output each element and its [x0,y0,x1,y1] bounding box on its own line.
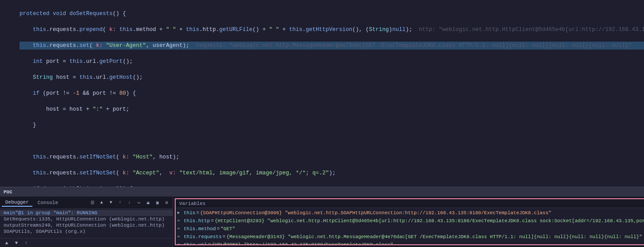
var-row-url: ∞ this.url = {URL@3056} "http://192.168.… [176,241,644,244]
var-eq-this: = [196,209,199,216]
var-eq-requests: = [223,233,226,240]
thread-name-2: outputStreams249, HttpURLConnection (web… [4,223,165,228]
var-val-http: {HttpClient@3283} "weblogic.net.http.Htt… [215,217,644,224]
var-name-requests: this.requests [184,233,222,240]
debug-btn-menu[interactable]: ☰ [88,199,96,207]
var-val-requests: {MessageHeader@3143} "weblogic.net.http.… [226,233,642,240]
code-line [20,137,644,145]
thread-item-2[interactable]: outputStreams249, HttpURLConnection (web… [0,222,173,228]
var-name-http: this.http [184,217,210,224]
debug-area: Debugger Console ☰ ▲ ▼ ↑ ↓ ↪ ⏏ ▣ ⚙ main"… [0,197,644,247]
variables-content: ▶ this = {SOAPHttpURLConnection@3096} "w… [176,208,644,244]
var-val-url: {URL@3056} "http://192.168.43.135:8180/E… [212,241,393,244]
var-name-url: this.url [184,241,207,244]
var-eq-http: = [211,217,214,224]
code-line: protected void doSetRequests() { [20,10,644,18]
var-row-http: ∞ this.http = {HttpClient@3283} "weblogi… [176,217,644,225]
var-toggle-method[interactable]: ∞ [177,225,184,232]
debug-threads: main"@1 in group "main": RUNNING SetRequ… [0,209,173,238]
code-line: } [20,121,644,129]
nav-prev[interactable]: ▲ [3,239,11,247]
thread-name-1: SetRequests:1335, HttpURLConnection (web… [4,216,165,222]
var-row-method: ∞ this.method = "GET" [176,225,644,233]
code-line: if (port != -1 && port != 80) { [20,89,644,97]
var-name-this: this [184,209,195,216]
variables-header: Variables [176,199,644,208]
code-line: String host = this.url.getHost(); [20,73,644,81]
debug-btn-down[interactable]: ▼ [107,199,115,207]
poc-label: POC [4,189,12,195]
tab-debugger[interactable]: Debugger [2,199,32,207]
var-row-requests: ∞ this.requests = {MessageHeader@3143} "… [176,233,644,241]
thread-name-main: main"@1 in group "main": RUNNING [4,210,97,216]
tab-console[interactable]: Console [34,199,62,206]
code-line: this.requests.prepend( k: this.method + … [20,26,644,34]
debug-btn-stop[interactable]: ▣ [153,199,161,207]
thread-item-1[interactable]: SetRequests:1335, HttpURLConnection (web… [0,216,173,222]
code-line: host = host + ":" + port; [20,105,644,113]
debug-btn-step-out[interactable]: ↪ [135,199,143,207]
code-content: protected void doSetRequests() { this.re… [0,0,644,187]
var-name-method: this.method [184,225,216,232]
code-line: this.requests.setIfNotSet( k: "Accept", … [20,169,644,177]
var-row-this: ▶ this = {SOAPHttpURLConnection@3096} "w… [176,209,644,217]
debug-btn-step-into[interactable]: ↓ [126,199,134,207]
code-line-highlighted: this.requests.set( k: "User-Agent", user… [20,42,644,50]
debug-tabs: Debugger Console ☰ ▲ ▼ ↑ ↓ ↪ ⏏ ▣ ⚙ [0,197,173,209]
debug-btn-up[interactable]: ▲ [98,199,106,207]
thread-name-3: SOAPUtils, SOAPUtils (org.x) [4,229,86,234]
nav-up[interactable]: ↑ [22,239,30,247]
debug-left-panel: Debugger Console ☰ ▲ ▼ ↑ ↓ ↪ ⏏ ▣ ⚙ main"… [0,197,173,247]
var-toggle-this[interactable]: ▶ [177,209,184,216]
var-val-this: {SOAPHttpURLConnection@3096} "weblogic.n… [200,209,551,216]
var-eq-method: = [217,225,220,232]
thread-item-3[interactable]: SOAPUtils, SOAPUtils (org.x) [0,228,173,235]
code-line: int port = this.url.getPort(); [20,58,644,66]
var-val-method: "GET" [220,225,235,232]
poc-bar: POC [0,187,644,197]
debug-btn-settings[interactable]: ⚙ [163,199,171,207]
debug-btn-step-over[interactable]: ↑ [116,199,124,207]
code-body: protected void doSetRequests() { this.re… [16,0,644,187]
var-toggle-requests[interactable]: ∞ [177,233,184,240]
thread-item-main[interactable]: main"@1 in group "main": RUNNING [0,210,173,216]
var-toggle-http[interactable]: ∞ [177,217,184,224]
line-numbers [0,0,16,187]
nav-next[interactable]: ▼ [12,239,20,247]
code-line: this.requests.setIfNotSet( k: "Host", ho… [20,153,644,161]
variables-label: Variables [179,201,205,206]
var-eq-url: = [208,241,211,244]
code-line: if (proxyAuthString != null) { [20,185,644,187]
var-toggle-url[interactable]: ∞ [177,241,184,244]
debug-right-panel: Variables ▶ this = {SOAPHttpURLConnectio… [175,198,644,245]
debug-btn-run[interactable]: ⏏ [144,199,152,207]
editor-area: protected void doSetRequests() { this.re… [0,0,644,187]
